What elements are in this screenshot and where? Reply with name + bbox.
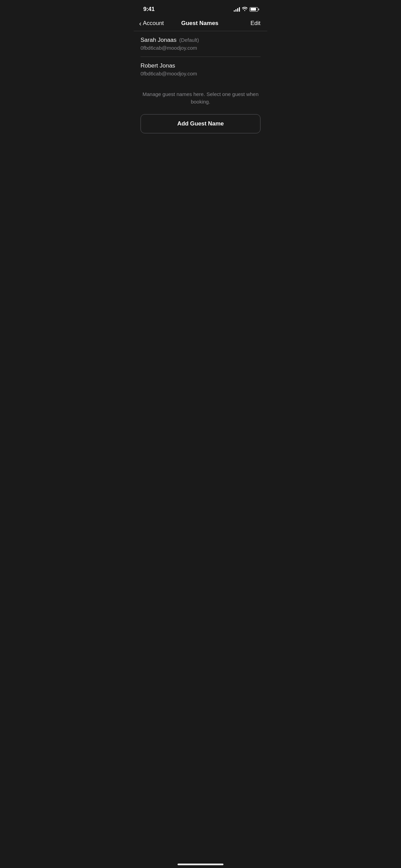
guest-name-row: Robert Jonas [141,62,260,69]
info-text: Manage guest names here. Select one gues… [141,91,260,106]
guest-name: Robert Jonas [141,62,175,69]
back-chevron-icon: ‹ [139,20,142,27]
edit-button[interactable]: Edit [233,20,260,27]
add-button-section: Add Guest Name [134,113,267,142]
guest-name-row: Sarah Jonaas (Default) [141,37,260,44]
battery-icon [250,7,259,12]
page-title: Guest Names [167,20,233,27]
guest-default-badge: (Default) [179,37,199,43]
guest-name: Sarah Jonaas [141,37,177,44]
info-section: Manage guest names here. Select one gues… [134,82,267,113]
back-label: Account [143,20,164,27]
guest-item[interactable]: Robert Jonas 0fbd6cab@moodjoy.com [141,57,260,82]
status-time: 9:41 [143,6,155,13]
status-icons [234,7,259,12]
add-guest-button[interactable]: Add Guest Name [141,114,260,133]
back-button[interactable]: ‹ Account [139,20,167,27]
guest-email: 0fbd6cab@moodjoy.com [141,45,197,51]
signal-icon [234,7,240,12]
status-bar: 9:41 [134,0,267,17]
guest-list: Sarah Jonaas (Default) 0fbd6cab@moodjoy.… [134,31,267,82]
guest-item[interactable]: Sarah Jonaas (Default) 0fbd6cab@moodjoy.… [141,31,260,57]
guest-email: 0fbd6cab@moodjoy.com [141,71,197,76]
nav-bar: ‹ Account Guest Names Edit [134,17,267,31]
wifi-icon [242,7,247,12]
